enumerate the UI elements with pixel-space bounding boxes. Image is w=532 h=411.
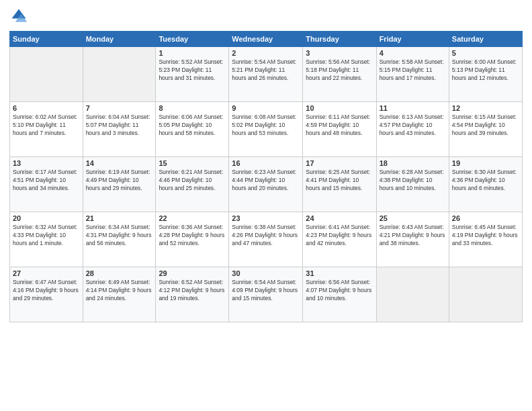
day-number: 25: [380, 214, 446, 222]
weekday-header: Thursday: [303, 32, 376, 47]
calendar-cell: 19Sunrise: 6:30 AM Sunset: 4:36 PM Dayli…: [449, 157, 522, 212]
day-info: Sunrise: 6:17 AM Sunset: 4:51 PM Dayligh…: [13, 169, 80, 193]
day-info: Sunrise: 6:13 AM Sunset: 4:57 PM Dayligh…: [380, 113, 446, 138]
calendar-cell: 15Sunrise: 6:21 AM Sunset: 4:46 PM Dayli…: [156, 157, 229, 212]
day-info: Sunrise: 5:56 AM Sunset: 5:18 PM Dayligh…: [306, 58, 373, 83]
day-number: 22: [159, 214, 226, 222]
calendar-cell: 8Sunrise: 6:06 AM Sunset: 5:05 PM Daylig…: [156, 102, 229, 157]
day-number: 11: [380, 104, 446, 112]
day-number: 23: [232, 214, 300, 222]
calendar-cell: [10, 47, 83, 102]
day-number: 15: [159, 159, 226, 167]
day-info: Sunrise: 6:11 AM Sunset: 4:59 PM Dayligh…: [306, 113, 373, 138]
day-number: 9: [232, 104, 300, 112]
calendar-cell: 6Sunrise: 6:02 AM Sunset: 5:10 PM Daylig…: [10, 102, 83, 157]
day-info: Sunrise: 6:36 AM Sunset: 4:28 PM Dayligh…: [159, 224, 226, 248]
day-info: Sunrise: 6:08 AM Sunset: 5:02 PM Dayligh…: [232, 113, 300, 138]
day-number: 29: [159, 269, 226, 277]
day-number: 13: [13, 159, 80, 167]
day-info: Sunrise: 6:56 AM Sunset: 4:07 PM Dayligh…: [306, 279, 373, 303]
day-info: Sunrise: 6:06 AM Sunset: 5:05 PM Dayligh…: [159, 113, 226, 138]
calendar-cell: 16Sunrise: 6:23 AM Sunset: 4:44 PM Dayli…: [229, 157, 303, 212]
calendar-week-row: 13Sunrise: 6:17 AM Sunset: 4:51 PM Dayli…: [10, 157, 523, 212]
calendar-cell: 30Sunrise: 6:54 AM Sunset: 4:09 PM Dayli…: [229, 267, 303, 322]
day-info: Sunrise: 6:38 AM Sunset: 4:26 PM Dayligh…: [232, 224, 300, 248]
day-number: 12: [452, 104, 519, 112]
weekday-header: Saturday: [449, 32, 522, 47]
day-info: Sunrise: 6:21 AM Sunset: 4:46 PM Dayligh…: [159, 169, 226, 193]
day-number: 6: [13, 104, 80, 112]
day-info: Sunrise: 6:23 AM Sunset: 4:44 PM Dayligh…: [232, 169, 300, 193]
weekday-header: Wednesday: [229, 32, 303, 47]
weekday-header: Friday: [376, 32, 449, 47]
day-info: Sunrise: 5:58 AM Sunset: 5:15 PM Dayligh…: [380, 58, 446, 83]
day-info: Sunrise: 5:52 AM Sunset: 5:23 PM Dayligh…: [159, 58, 226, 83]
day-number: 1: [159, 49, 226, 57]
day-number: 17: [306, 159, 373, 167]
day-number: 31: [306, 269, 373, 277]
header: [9, 7, 523, 26]
calendar: SundayMondayTuesdayWednesdayThursdayFrid…: [9, 31, 523, 322]
calendar-week-row: 1Sunrise: 5:52 AM Sunset: 5:23 PM Daylig…: [10, 47, 523, 102]
calendar-cell: [376, 267, 449, 322]
weekday-header: Monday: [83, 32, 156, 47]
day-info: Sunrise: 6:45 AM Sunset: 4:19 PM Dayligh…: [452, 224, 519, 248]
day-number: 30: [232, 269, 300, 277]
calendar-cell: 27Sunrise: 6:47 AM Sunset: 4:16 PM Dayli…: [10, 267, 83, 322]
day-info: Sunrise: 6:00 AM Sunset: 5:13 PM Dayligh…: [452, 58, 519, 83]
calendar-cell: 17Sunrise: 6:25 AM Sunset: 4:41 PM Dayli…: [303, 157, 376, 212]
logo: [9, 7, 31, 26]
day-info: Sunrise: 6:15 AM Sunset: 4:54 PM Dayligh…: [452, 113, 519, 138]
day-number: 28: [86, 269, 153, 277]
day-info: Sunrise: 6:54 AM Sunset: 4:09 PM Dayligh…: [232, 279, 300, 303]
day-number: 19: [452, 159, 519, 167]
day-number: 27: [13, 269, 80, 277]
page: SundayMondayTuesdayWednesdayThursdayFrid…: [0, 0, 532, 411]
day-info: Sunrise: 6:41 AM Sunset: 4:23 PM Dayligh…: [306, 224, 373, 248]
day-number: 5: [452, 49, 519, 57]
day-number: 14: [86, 159, 153, 167]
day-info: Sunrise: 6:28 AM Sunset: 4:38 PM Dayligh…: [380, 169, 446, 193]
calendar-cell: 20Sunrise: 6:32 AM Sunset: 4:33 PM Dayli…: [10, 212, 83, 267]
calendar-cell: [449, 267, 522, 322]
calendar-cell: 13Sunrise: 6:17 AM Sunset: 4:51 PM Dayli…: [10, 157, 83, 212]
day-number: 20: [13, 214, 80, 222]
calendar-week-row: 20Sunrise: 6:32 AM Sunset: 4:33 PM Dayli…: [10, 212, 523, 267]
day-number: 10: [306, 104, 373, 112]
calendar-cell: [83, 47, 156, 102]
calendar-cell: 14Sunrise: 6:19 AM Sunset: 4:49 PM Dayli…: [83, 157, 156, 212]
day-info: Sunrise: 6:19 AM Sunset: 4:49 PM Dayligh…: [86, 169, 153, 193]
calendar-cell: 7Sunrise: 6:04 AM Sunset: 5:07 PM Daylig…: [83, 102, 156, 157]
day-info: Sunrise: 6:25 AM Sunset: 4:41 PM Dayligh…: [306, 169, 373, 193]
calendar-week-row: 27Sunrise: 6:47 AM Sunset: 4:16 PM Dayli…: [10, 267, 523, 322]
calendar-cell: 11Sunrise: 6:13 AM Sunset: 4:57 PM Dayli…: [376, 102, 449, 157]
calendar-cell: 25Sunrise: 6:43 AM Sunset: 4:21 PM Dayli…: [376, 212, 449, 267]
calendar-cell: 1Sunrise: 5:52 AM Sunset: 5:23 PM Daylig…: [156, 47, 229, 102]
weekday-header: Tuesday: [156, 32, 229, 47]
day-number: 16: [232, 159, 300, 167]
calendar-cell: 3Sunrise: 5:56 AM Sunset: 5:18 PM Daylig…: [303, 47, 376, 102]
day-number: 8: [159, 104, 226, 112]
calendar-cell: 28Sunrise: 6:49 AM Sunset: 4:14 PM Dayli…: [83, 267, 156, 322]
weekday-header-row: SundayMondayTuesdayWednesdayThursdayFrid…: [10, 32, 523, 47]
day-info: Sunrise: 6:49 AM Sunset: 4:14 PM Dayligh…: [86, 279, 153, 303]
day-info: Sunrise: 6:30 AM Sunset: 4:36 PM Dayligh…: [452, 169, 519, 193]
day-number: 3: [306, 49, 373, 57]
calendar-week-row: 6Sunrise: 6:02 AM Sunset: 5:10 PM Daylig…: [10, 102, 523, 157]
day-info: Sunrise: 6:47 AM Sunset: 4:16 PM Dayligh…: [13, 279, 80, 303]
day-info: Sunrise: 6:04 AM Sunset: 5:07 PM Dayligh…: [86, 113, 153, 138]
day-info: Sunrise: 6:52 AM Sunset: 4:12 PM Dayligh…: [159, 279, 226, 303]
calendar-cell: 5Sunrise: 6:00 AM Sunset: 5:13 PM Daylig…: [449, 47, 522, 102]
logo-icon: [9, 7, 28, 26]
day-number: 18: [380, 159, 446, 167]
day-info: Sunrise: 6:02 AM Sunset: 5:10 PM Dayligh…: [13, 113, 80, 138]
calendar-cell: 22Sunrise: 6:36 AM Sunset: 4:28 PM Dayli…: [156, 212, 229, 267]
calendar-cell: 29Sunrise: 6:52 AM Sunset: 4:12 PM Dayli…: [156, 267, 229, 322]
day-number: 4: [380, 49, 446, 57]
day-number: 7: [86, 104, 153, 112]
calendar-cell: 26Sunrise: 6:45 AM Sunset: 4:19 PM Dayli…: [449, 212, 522, 267]
day-info: Sunrise: 6:43 AM Sunset: 4:21 PM Dayligh…: [380, 224, 446, 248]
day-info: Sunrise: 6:32 AM Sunset: 4:33 PM Dayligh…: [13, 224, 80, 248]
calendar-cell: 12Sunrise: 6:15 AM Sunset: 4:54 PM Dayli…: [449, 102, 522, 157]
weekday-header: Sunday: [10, 32, 83, 47]
